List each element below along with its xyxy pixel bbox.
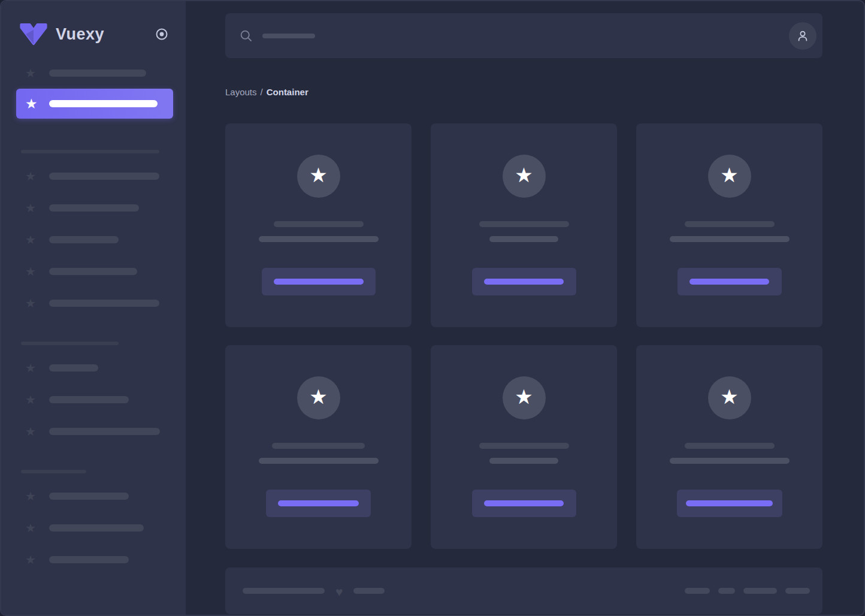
person-icon [796, 29, 810, 43]
sidebar-item[interactable]: ★ [1, 264, 186, 279]
skeleton-line [274, 221, 364, 227]
star-icon: ★ [25, 297, 40, 309]
skeleton-bar [49, 300, 159, 307]
card-button[interactable] [678, 268, 782, 295]
user-avatar-button[interactable] [789, 22, 816, 50]
sidebar-item[interactable]: ★ [1, 232, 186, 247]
card-button[interactable] [472, 268, 576, 295]
breadcrumb-parent[interactable]: Layouts [225, 87, 257, 97]
card-button[interactable] [677, 490, 782, 517]
skeleton-bar [49, 524, 144, 532]
skeleton-bar [49, 100, 158, 107]
footer-right [685, 588, 810, 594]
star-icon: ★ [309, 386, 327, 407]
star-icon: ★ [720, 386, 738, 407]
star-icon: ★ [25, 554, 40, 566]
star-icon: ★ [25, 265, 40, 277]
star-icon: ★ [25, 234, 40, 246]
skeleton-bar [49, 493, 129, 500]
breadcrumb: Layouts / Container [225, 87, 822, 97]
skeleton-bar [49, 204, 139, 212]
radio-circle-icon[interactable] [155, 27, 169, 41]
button-label-skeleton [274, 279, 364, 285]
card-button[interactable] [266, 490, 371, 517]
skeleton-bar [718, 588, 735, 594]
main-content: Layouts / Container ★★★★★★ ♥ [186, 1, 864, 615]
skeleton-line [670, 458, 790, 464]
vuexy-logo-icon [19, 23, 48, 46]
skeleton-line [685, 221, 775, 227]
skeleton-line [479, 221, 569, 227]
button-label-skeleton [689, 279, 769, 285]
app-window: Vuexy ★★★★★★★★★★★★★ [0, 0, 865, 616]
breadcrumb-current: Container [267, 87, 309, 97]
star-icon: ★ [515, 165, 533, 185]
card-grid: ★★★★★★ [225, 123, 822, 549]
sidebar-section: ★★★★★ [1, 150, 186, 310]
sidebar-item-active[interactable]: ★ [16, 89, 173, 119]
section-header-skeleton [21, 470, 86, 473]
sidebar-item[interactable]: ★ [1, 489, 186, 503]
breadcrumb-separator: / [261, 87, 263, 97]
heart-icon: ♥ [335, 585, 343, 598]
skeleton-line [259, 458, 379, 464]
card-avatar: ★ [503, 155, 546, 198]
search-placeholder-skeleton [262, 34, 315, 38]
card-avatar: ★ [708, 376, 751, 419]
skeleton-line [479, 443, 569, 449]
sidebar-item[interactable]: ★ [1, 169, 186, 183]
sidebar-item[interactable]: ★ [1, 66, 186, 80]
sidebar-section: ★★ [1, 66, 186, 119]
sidebar-item[interactable]: ★ [1, 552, 186, 567]
skeleton-bar [49, 236, 119, 243]
star-icon: ★ [25, 170, 40, 182]
sidebar-item[interactable]: ★ [1, 361, 186, 375]
skeleton-line [489, 236, 558, 242]
sidebar-item[interactable]: ★ [1, 392, 186, 407]
card-avatar: ★ [708, 155, 751, 198]
button-label-skeleton [484, 500, 564, 506]
sidebar-item[interactable]: ★ [1, 296, 186, 310]
skeleton-bar [353, 588, 385, 594]
star-icon: ★ [25, 67, 40, 79]
skeleton-bar [785, 588, 810, 594]
card-avatar: ★ [297, 155, 340, 198]
skeleton-bar [243, 588, 325, 594]
card: ★ [636, 123, 822, 327]
sidebar-header: Vuexy [1, 1, 186, 46]
card: ★ [431, 123, 617, 327]
skeleton-bar [49, 173, 159, 180]
sidebar-item[interactable]: ★ [1, 424, 186, 439]
button-label-skeleton [484, 279, 564, 285]
star-icon: ★ [25, 202, 40, 214]
card-avatar: ★ [297, 376, 340, 419]
star-icon: ★ [25, 362, 40, 374]
section-header-skeleton [21, 342, 119, 345]
skeleton-bar [49, 556, 129, 563]
skeleton-bar [49, 364, 98, 372]
sidebar-item[interactable]: ★ [1, 521, 186, 535]
skeleton-line [272, 443, 365, 449]
card: ★ [225, 123, 412, 327]
sidebar-item[interactable]: ★ [1, 201, 186, 215]
star-icon: ★ [25, 97, 40, 111]
skeleton-line [259, 236, 379, 242]
card-button[interactable] [472, 490, 576, 517]
search-input[interactable] [240, 29, 789, 43]
skeleton-bar [743, 588, 777, 594]
skeleton-bar [49, 428, 160, 435]
skeleton-bar [49, 70, 146, 77]
star-icon: ★ [25, 394, 40, 406]
star-icon: ★ [25, 490, 40, 502]
card-button[interactable] [262, 268, 376, 295]
button-label-skeleton [686, 500, 773, 506]
sidebar-section: ★★★ [1, 470, 186, 567]
star-icon: ★ [720, 165, 738, 185]
card: ★ [636, 345, 822, 549]
section-header-skeleton [21, 150, 159, 153]
search-icon [240, 29, 253, 43]
button-label-skeleton [278, 500, 359, 506]
star-icon: ★ [25, 522, 40, 534]
skeleton-line [685, 443, 775, 449]
star-icon: ★ [25, 425, 40, 437]
